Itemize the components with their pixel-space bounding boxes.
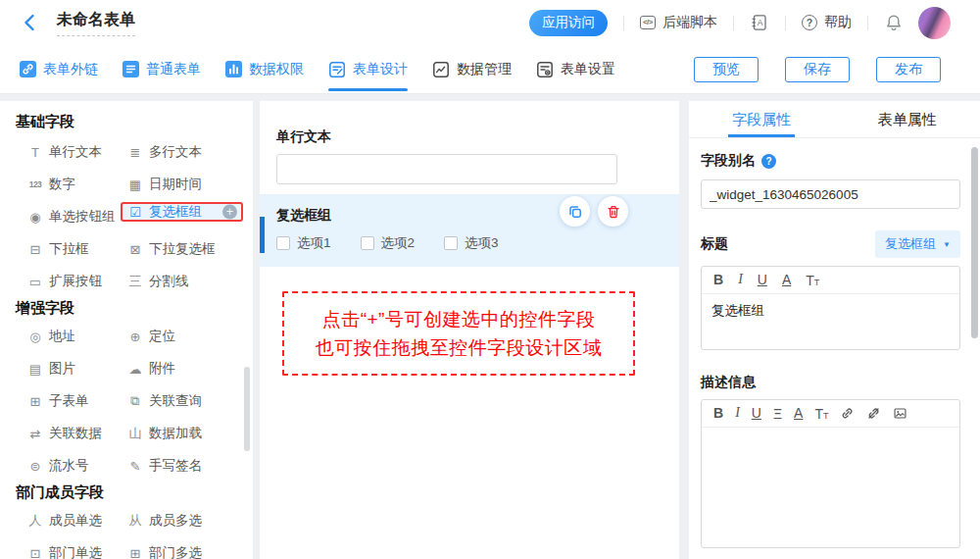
sidebar-item-dept-multi[interactable]: ⊞部门多选 bbox=[127, 543, 243, 559]
tab-form-settings[interactable]: 表单设置 bbox=[536, 45, 615, 94]
fontcolor-icon[interactable]: A bbox=[782, 272, 791, 287]
title-editor-content[interactable]: 复选框组 bbox=[702, 294, 959, 349]
single-line-text-input[interactable] bbox=[276, 154, 617, 184]
sidebar-item-checkbox-group[interactable]: ☑复选框组+ bbox=[121, 202, 243, 222]
field-alias-input[interactable] bbox=[701, 179, 960, 209]
tab-form-link[interactable]: 表单外链 bbox=[20, 45, 98, 94]
underline-icon[interactable]: U bbox=[758, 272, 767, 287]
field-library-sidebar: 基础字段T单行文本≣多行文本123数字▦日期时间◉单选按钮组☑复选框组+⊟下拉框… bbox=[0, 101, 253, 559]
help-label: 帮助 bbox=[824, 14, 852, 31]
option-label: 选项1 bbox=[297, 234, 331, 252]
number-icon: 123 bbox=[27, 179, 43, 189]
italic-icon[interactable]: I bbox=[738, 272, 743, 287]
back-button[interactable] bbox=[24, 13, 41, 32]
unlink-icon[interactable] bbox=[866, 406, 881, 421]
sidebar-item-number[interactable]: 123数字 bbox=[27, 175, 127, 194]
app-access-button[interactable]: 应用访问 bbox=[529, 10, 608, 36]
subform-icon: ⊞ bbox=[27, 394, 43, 409]
sidebar-item-address[interactable]: ◎地址 bbox=[27, 327, 127, 346]
checkbox-option[interactable]: 选项2 bbox=[361, 234, 416, 252]
user-avatar[interactable] bbox=[918, 7, 951, 39]
align-icon[interactable]: Ξ bbox=[773, 407, 782, 421]
sidebar-item-attachment[interactable]: ☁附件 bbox=[127, 359, 243, 379]
sidebar-item-related-query[interactable]: ⧉关联查询 bbox=[127, 391, 243, 411]
sidebar-item-select[interactable]: ⊟下拉框 bbox=[27, 239, 127, 259]
sidebar-item-member-multi[interactable]: 从成员多选 bbox=[127, 511, 243, 531]
sidebar-item-label: 下拉框 bbox=[49, 240, 89, 258]
sidebar-item-label: 部门多选 bbox=[149, 544, 202, 559]
fontsize-icon[interactable]: TT bbox=[806, 274, 819, 287]
save-button[interactable]: 保存 bbox=[785, 57, 850, 82]
contacts-icon: A bbox=[750, 13, 769, 32]
sidebar-item-location[interactable]: ⊕定位 bbox=[127, 327, 243, 346]
sidebar-item-divider[interactable]: 三分割线 bbox=[127, 272, 243, 291]
underline-icon[interactable]: U bbox=[752, 405, 761, 421]
sidebar-item-expand-button[interactable]: ▭扩展按钮 bbox=[27, 272, 127, 291]
sidebar-item-data-load[interactable]: 山数据加载 bbox=[127, 424, 243, 443]
sidebar-item-multi-line-text[interactable]: ≣多行文本 bbox=[127, 142, 243, 162]
sidebar-item-signature[interactable]: ✎手写签名 bbox=[127, 456, 243, 476]
divider bbox=[733, 16, 734, 30]
sidebar-item-label: 单选按钮组 bbox=[49, 208, 116, 226]
backend-script-button[interactable]: </> 后端脚本 bbox=[640, 14, 717, 31]
sidebar-scrollbar[interactable] bbox=[244, 367, 250, 451]
tab-form-design[interactable]: 表单设计 bbox=[328, 45, 408, 94]
divider bbox=[785, 16, 786, 30]
tab-label: 表单设计 bbox=[353, 61, 408, 78]
tab-normal-form[interactable]: 普通表单 bbox=[122, 45, 201, 94]
trash-icon bbox=[606, 204, 621, 220]
widget-type-select[interactable]: 复选框组 ▼ bbox=[875, 230, 960, 258]
tab-label: 数据管理 bbox=[457, 61, 512, 78]
contacts-button[interactable]: A bbox=[750, 13, 769, 32]
form-design-canvas: 单行文本 复选框组 选项1选项2选项3 点击“+”号可创建选中 bbox=[260, 101, 679, 559]
sidebar-item-dept-single[interactable]: ⊡部门单选 bbox=[27, 543, 127, 559]
sidebar-item-label: 日期时间 bbox=[149, 176, 202, 193]
preview-button[interactable]: 预览 bbox=[694, 57, 759, 82]
add-field-button[interactable]: + bbox=[222, 205, 237, 220]
bold-icon[interactable]: B bbox=[713, 272, 723, 287]
tab-data-permission[interactable]: 数据权限 bbox=[225, 45, 304, 94]
link-icon[interactable] bbox=[840, 406, 855, 421]
delete-widget-button[interactable] bbox=[598, 196, 628, 227]
checkbox-icon[interactable] bbox=[444, 236, 458, 250]
datamanage-icon bbox=[432, 61, 450, 78]
sidebar-item-member-single[interactable]: 人成员单选 bbox=[27, 511, 127, 531]
sidebar-item-image[interactable]: ▤图片 bbox=[27, 359, 127, 379]
bold-icon[interactable]: B bbox=[713, 405, 723, 421]
sidebar-item-serial-number[interactable]: ⊜流水号 bbox=[27, 456, 127, 476]
sidebar-item-multi-select[interactable]: ⊠下拉复选框 bbox=[127, 239, 243, 259]
address-icon: ◎ bbox=[27, 330, 43, 344]
checkbox-option[interactable]: 选项1 bbox=[276, 234, 331, 252]
signature-icon: ✎ bbox=[127, 459, 143, 474]
text-icon: T bbox=[27, 145, 43, 160]
panel-scrollbar[interactable] bbox=[971, 147, 978, 338]
italic-icon[interactable]: I bbox=[735, 405, 740, 421]
related-data-icon: ⇄ bbox=[27, 427, 43, 441]
property-panel: 字段属性 表单属性 字段别名 ? 标题 复选框组 ▼ BIUATT 复选框组 描… bbox=[689, 101, 980, 559]
sidebar-item-single-line-text[interactable]: T单行文本 bbox=[27, 142, 127, 162]
checkbox-icon[interactable] bbox=[361, 236, 374, 250]
checkbox-icon[interactable] bbox=[276, 236, 290, 250]
fontsize-icon[interactable]: TT bbox=[814, 407, 828, 421]
tab-field-properties[interactable]: 字段属性 bbox=[689, 101, 835, 137]
feature-tabbar: 表单外链普通表单数据权限表单设计数据管理表单设置 预览保存发布 bbox=[0, 45, 980, 94]
checkbox-option[interactable]: 选项3 bbox=[444, 234, 499, 252]
sidebar-item-label: 关联数据 bbox=[49, 425, 102, 442]
publish-button[interactable]: 发布 bbox=[876, 57, 941, 82]
tab-form-properties[interactable]: 表单属性 bbox=[835, 101, 980, 137]
hint-line-2: 也可按住拖拽至控件字段设计区域 bbox=[288, 333, 629, 362]
sidebar-item-datetime[interactable]: ▦日期时间 bbox=[127, 175, 243, 194]
copy-widget-button[interactable] bbox=[560, 196, 590, 227]
description-editor-content[interactable] bbox=[702, 428, 959, 547]
image-icon[interactable] bbox=[893, 406, 907, 421]
sidebar-item-related-data[interactable]: ⇄关联数据 bbox=[27, 424, 127, 443]
tab-data-manage[interactable]: 数据管理 bbox=[432, 45, 512, 94]
notification-bell-icon[interactable] bbox=[884, 13, 904, 33]
selected-checkbox-group-widget[interactable]: 复选框组 选项1选项2选项3 bbox=[260, 194, 679, 267]
sidebar-item-radio-group[interactable]: ◉单选按钮组 bbox=[27, 207, 127, 227]
fontcolor-icon[interactable]: A bbox=[794, 405, 803, 421]
alias-help-icon[interactable]: ? bbox=[761, 154, 776, 169]
help-button[interactable]: ? 帮助 bbox=[802, 14, 852, 31]
form-title[interactable]: 未命名表单 bbox=[57, 10, 135, 36]
sidebar-item-subform[interactable]: ⊞子表单 bbox=[27, 391, 127, 411]
